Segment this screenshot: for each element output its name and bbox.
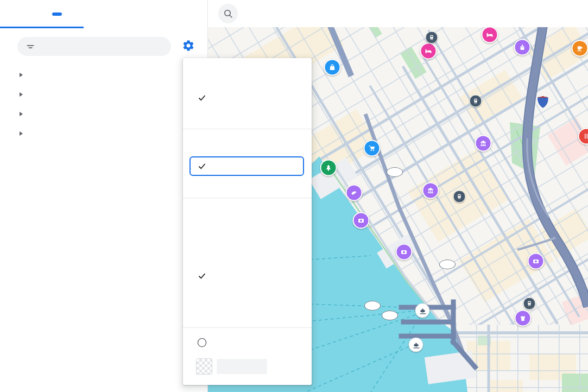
train-icon xyxy=(429,35,435,41)
option-standard[interactable] xyxy=(189,156,304,176)
transparent-color-swatch[interactable] xyxy=(196,358,212,375)
app-background-color-picker xyxy=(196,358,312,375)
option-footprints[interactable] xyxy=(183,87,312,108)
tree-item-point-of-interest[interactable] xyxy=(0,65,207,85)
help-button[interactable] xyxy=(197,338,207,347)
camera-icon xyxy=(358,217,365,224)
tree-item-infrastructure[interactable] xyxy=(0,104,207,124)
coffee-cup-icon xyxy=(577,45,584,52)
transit-station-marker[interactable] xyxy=(470,95,482,108)
check-icon xyxy=(198,162,206,170)
attraction-marker[interactable] xyxy=(396,243,412,265)
restaurant-marker[interactable] xyxy=(578,128,588,149)
temple-icon xyxy=(519,43,526,50)
museum-marker[interactable] xyxy=(422,182,439,204)
option-very-sparse[interactable] xyxy=(183,224,312,245)
ferry-terminal-marker[interactable] xyxy=(415,304,430,318)
bed-icon xyxy=(486,31,494,38)
hotel-marker[interactable] xyxy=(482,26,498,48)
fork-icon xyxy=(583,132,588,140)
search-icon xyxy=(223,9,233,18)
camera-icon xyxy=(533,257,540,264)
tower-marker[interactable] xyxy=(515,309,531,331)
option-dense[interactable] xyxy=(183,286,312,307)
option-sparse[interactable] xyxy=(183,245,312,265)
new-badge xyxy=(52,12,62,16)
app-background-color-heading xyxy=(183,331,312,354)
chevron-right-icon xyxy=(20,112,23,116)
ferry-icon xyxy=(412,341,420,349)
route-shield-99 xyxy=(439,260,456,269)
map-style-editor xyxy=(0,0,588,392)
transit-station-marker[interactable] xyxy=(426,31,438,44)
check-spacer xyxy=(198,313,206,321)
section-title-buildings xyxy=(183,65,312,87)
check-spacer xyxy=(198,292,206,301)
park-marker[interactable] xyxy=(320,159,337,181)
museum-icon xyxy=(480,140,487,147)
museum-icon xyxy=(427,187,434,194)
filter-input[interactable] xyxy=(41,42,152,51)
check-spacer xyxy=(198,114,206,123)
option-default[interactable] xyxy=(183,265,312,286)
settings-button[interactable] xyxy=(180,38,197,54)
ferry-terminal-marker[interactable] xyxy=(409,338,423,352)
tree-item-natural[interactable] xyxy=(0,124,207,143)
bed-icon xyxy=(425,47,432,54)
option-very-dense[interactable] xyxy=(183,307,312,327)
check-spacer xyxy=(198,251,206,260)
camera-icon xyxy=(401,248,408,255)
chevron-right-icon xyxy=(20,73,23,77)
map-settings-menu xyxy=(183,58,312,385)
tree-item-political[interactable] xyxy=(0,85,207,104)
train-icon xyxy=(527,301,533,307)
check-spacer xyxy=(198,183,206,192)
route-shield-304 xyxy=(382,311,398,320)
option-3d[interactable] xyxy=(183,108,312,129)
interstate-5-shield xyxy=(538,96,548,108)
aquarium-marker[interactable] xyxy=(346,184,362,206)
filter-toolbar xyxy=(0,28,207,59)
tower-icon xyxy=(520,314,527,321)
museum-marker[interactable] xyxy=(475,135,491,156)
attraction-marker[interactable] xyxy=(353,212,369,233)
section-title-landmarks xyxy=(183,132,312,155)
train-icon xyxy=(457,194,463,200)
landmark-marker[interactable] xyxy=(514,39,530,60)
hotel-marker[interactable] xyxy=(420,42,437,64)
shopping-bag-icon xyxy=(329,64,336,71)
store-marker[interactable] xyxy=(324,59,340,80)
gear-icon xyxy=(182,39,195,52)
train-icon xyxy=(473,98,479,104)
check-spacer xyxy=(198,230,206,239)
check-icon xyxy=(198,271,206,280)
map-toolbar xyxy=(208,0,588,27)
transit-station-marker[interactable] xyxy=(453,191,466,203)
feature-tree xyxy=(0,65,207,143)
filter-icon xyxy=(26,42,35,51)
route-shield-99 xyxy=(387,167,403,177)
section-title-poi-density xyxy=(183,201,312,224)
option-illustrated[interactable] xyxy=(183,177,312,198)
search-button[interactable] xyxy=(218,4,238,23)
style-panel xyxy=(0,0,208,392)
help-icon xyxy=(197,338,207,347)
attraction-marker[interactable] xyxy=(528,252,544,274)
route-shield-305 xyxy=(364,301,381,311)
panel-tabs xyxy=(0,0,207,28)
dolphin-icon xyxy=(351,189,358,196)
color-value-field[interactable] xyxy=(217,359,267,374)
chevron-right-icon xyxy=(20,131,23,136)
tree-icon xyxy=(325,164,332,171)
transit-station-marker[interactable] xyxy=(523,298,536,310)
ferry-icon xyxy=(419,307,426,314)
market-marker[interactable] xyxy=(364,140,380,161)
chevron-right-icon xyxy=(20,92,23,97)
filter-field[interactable] xyxy=(17,37,171,56)
check-icon xyxy=(198,93,206,102)
cafe-marker[interactable] xyxy=(572,40,588,61)
shopping-cart-icon xyxy=(369,144,376,151)
